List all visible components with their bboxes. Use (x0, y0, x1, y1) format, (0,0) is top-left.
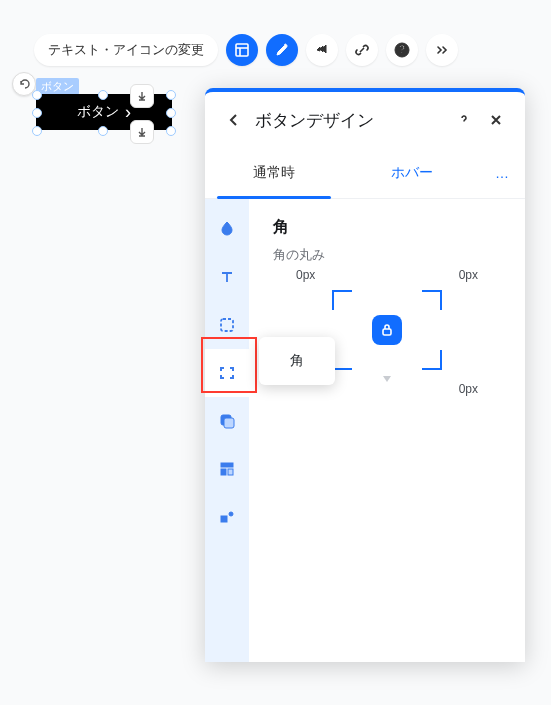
side-border[interactable] (205, 301, 249, 349)
svg-rect-11 (221, 516, 227, 522)
side-corners[interactable] (205, 349, 249, 397)
corner-radius-control[interactable]: 0px 0px 0px (332, 290, 442, 370)
side-tooltip-label: 角 (290, 352, 304, 370)
resize-handle-se[interactable] (166, 126, 176, 136)
svg-rect-9 (221, 469, 226, 475)
lock-corners-button[interactable] (372, 315, 402, 345)
corner-value-tl[interactable]: 0px (296, 268, 315, 282)
resize-handle-n[interactable] (98, 90, 108, 100)
panel-close-button[interactable] (485, 109, 507, 131)
canvas-button-text: ボタン (77, 103, 119, 121)
design-side-nav (205, 199, 249, 662)
help-button[interactable]: ? (386, 34, 418, 66)
panel-title: ボタンデザイン (255, 109, 443, 132)
change-text-icon-button[interactable]: テキスト・アイコンの変更 (34, 34, 218, 66)
tab-normal[interactable]: 通常時 (205, 148, 343, 198)
side-layout[interactable] (205, 445, 249, 493)
corner-edge-tl (332, 290, 352, 310)
attach-bottom-handle[interactable] (130, 120, 154, 144)
svg-point-12 (229, 512, 233, 516)
svg-text:?: ? (399, 44, 405, 55)
corners-content: 角 角の丸み 0px 0px 0px (249, 199, 525, 662)
layout-button[interactable] (226, 34, 258, 66)
selection-type-label: ボタン (36, 78, 79, 95)
side-icon[interactable] (205, 493, 249, 541)
tab-hover[interactable]: ホバー (343, 148, 481, 198)
panel-back-button[interactable] (223, 109, 245, 131)
corner-edge-tr (422, 290, 442, 310)
design-panel: ボタンデザイン 通常時 ホバー … (205, 88, 525, 662)
corner-value-tr[interactable]: 0px (459, 268, 478, 282)
tab-more[interactable]: … (481, 148, 525, 198)
resize-handle-s[interactable] (98, 126, 108, 136)
corner-edge-br (422, 350, 442, 370)
svg-rect-7 (224, 418, 234, 428)
svg-rect-10 (228, 469, 233, 475)
corner-value-br[interactable]: 0px (459, 382, 478, 396)
design-button[interactable] (266, 34, 298, 66)
side-text[interactable] (205, 253, 249, 301)
dropdown-caret-icon (383, 376, 391, 382)
tab-normal-label: 通常時 (253, 164, 295, 182)
resize-handle-w[interactable] (32, 108, 42, 118)
more-button[interactable] (426, 34, 458, 66)
panel-help-button[interactable] (453, 109, 475, 131)
side-fill[interactable] (205, 205, 249, 253)
svg-rect-8 (221, 463, 233, 467)
svg-rect-0 (236, 44, 248, 56)
attach-top-handle[interactable] (130, 84, 154, 108)
tab-hover-label: ホバー (391, 164, 433, 182)
resize-handle-ne[interactable] (166, 90, 176, 100)
link-button[interactable] (346, 34, 378, 66)
resize-handle-nw[interactable] (32, 90, 42, 100)
svg-rect-13 (383, 329, 391, 335)
section-subtitle: 角の丸み (273, 246, 501, 264)
corner-edge-bl (332, 350, 352, 370)
animation-button[interactable] (306, 34, 338, 66)
section-title: 角 (273, 217, 501, 238)
side-shadow[interactable] (205, 397, 249, 445)
tab-more-label: … (495, 165, 511, 181)
resize-handle-sw[interactable] (32, 126, 42, 136)
svg-rect-5 (221, 319, 233, 331)
resize-handle-e[interactable] (166, 108, 176, 118)
change-text-icon-label: テキスト・アイコンの変更 (48, 41, 204, 59)
side-tooltip: 角 (259, 337, 335, 385)
